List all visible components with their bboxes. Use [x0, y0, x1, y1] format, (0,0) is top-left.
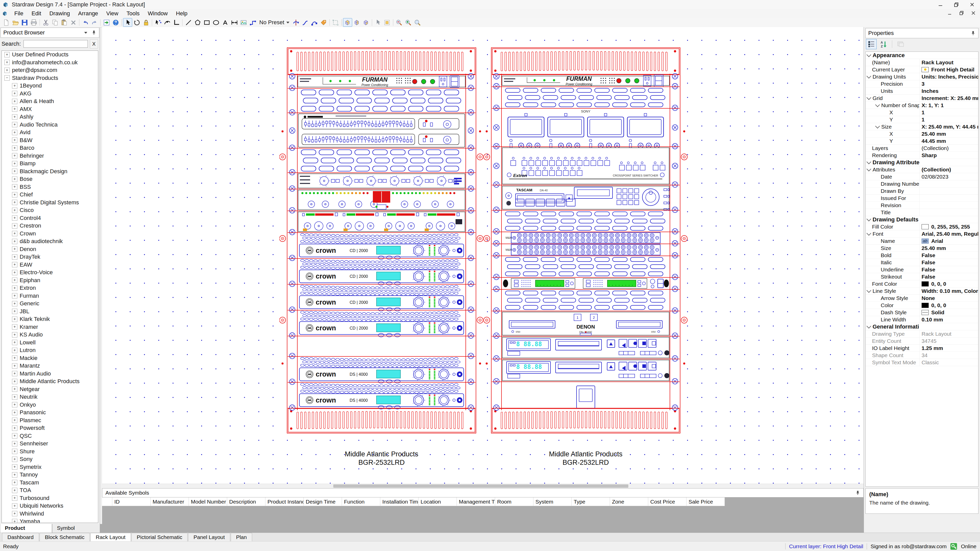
rack-right[interactable]: FURMANPower ConditioningSONYExtronCROSSP…	[484, 47, 688, 433]
tree-item[interactable]: +TOA	[2, 486, 98, 494]
expand-icon[interactable]: +	[12, 324, 18, 330]
property-section[interactable]: Drawing Defaults	[865, 216, 978, 223]
tree-item[interactable]: +Control4	[2, 214, 98, 222]
property-row[interactable]: Revision	[865, 202, 978, 209]
expand-icon[interactable]: +	[12, 402, 18, 407]
tree-item[interactable]: +Tannoy	[2, 471, 98, 479]
node-select-tool-icon[interactable]	[153, 18, 162, 27]
tree-item[interactable]: +Ubiquiti Networks	[2, 502, 98, 510]
pin-icon[interactable]	[970, 30, 976, 36]
property-row[interactable]: Size25.40 mm	[865, 245, 978, 252]
expand-icon[interactable]: +	[12, 192, 18, 197]
property-row[interactable]: Y44.45 mm	[865, 138, 978, 144]
tree-item[interactable]: +BSS	[2, 183, 98, 191]
export-tool-icon[interactable]	[102, 18, 111, 27]
tree-item[interactable]: +Allen & Heath	[2, 97, 98, 105]
property-row[interactable]: Y1	[865, 116, 978, 123]
tree-item[interactable]: +Electro-Voice	[2, 268, 98, 276]
property-row[interactable]: X1	[865, 109, 978, 116]
tree-item[interactable]: +B&W	[2, 137, 98, 144]
property-row[interactable]: Line StyleWidth: 0.10 mm, Color: Col	[865, 287, 978, 295]
menu-help[interactable]: Help	[172, 9, 191, 18]
ellipse-tool-icon[interactable]	[211, 18, 221, 27]
tree-item[interactable]: +Generic	[2, 300, 98, 308]
tree-item[interactable]: +Shure	[2, 448, 98, 456]
symbols-column-header[interactable]: Model Number	[189, 497, 227, 506]
property-row[interactable]: Title	[865, 209, 978, 216]
tree-item[interactable]: +peter@dpsav.com	[2, 66, 98, 74]
expand-icon[interactable]: +	[12, 231, 18, 236]
property-row[interactable]: ItalicFalse	[865, 259, 978, 266]
expand-icon[interactable]: +	[12, 301, 18, 306]
corner-tool-icon[interactable]	[172, 18, 181, 27]
tree-item[interactable]: +Martin Audio	[2, 370, 98, 378]
copy-tool-icon[interactable]	[50, 18, 59, 27]
property-row[interactable]: Current LayerFront High Detail	[865, 66, 978, 73]
tree-item[interactable]: +Barco	[2, 144, 98, 152]
tree-item[interactable]: +Crestron	[2, 222, 98, 230]
expand-icon[interactable]: +	[12, 503, 18, 509]
undo-tool-icon[interactable]	[81, 18, 90, 27]
tree-item[interactable]: +Extron	[2, 284, 98, 292]
property-row[interactable]: SizeX: 25.40 mm, Y: 44.45 mm	[865, 123, 978, 130]
tree-item[interactable]: +Denon	[2, 245, 98, 253]
expand-icon[interactable]: +	[12, 379, 18, 384]
text-tool-icon[interactable]	[221, 18, 230, 27]
property-row[interactable]: NameabArial	[865, 238, 978, 245]
property-row[interactable]: StrikeoutFalse	[865, 273, 978, 280]
expand-icon[interactable]: +	[12, 91, 18, 96]
symbols-column-header[interactable]: Sale Price	[687, 497, 725, 506]
connector-tool-icon[interactable]	[248, 18, 257, 27]
expand-icon[interactable]: +	[4, 68, 10, 73]
smooth-tool-icon[interactable]	[162, 18, 172, 27]
symbols-column-header[interactable]: Zone	[610, 497, 648, 506]
tree-item[interactable]: +DrayTek	[2, 253, 98, 261]
tree-item[interactable]: +KS Audio	[2, 331, 98, 339]
tree-item[interactable]: +Sony	[2, 455, 98, 463]
expand-icon[interactable]: +	[12, 457, 18, 462]
symbols-column-header[interactable]: Management Time	[457, 497, 495, 506]
search-clear-button[interactable]: X	[90, 39, 98, 48]
menu-view[interactable]: View	[102, 9, 122, 18]
expand-icon[interactable]: +	[12, 145, 18, 151]
expand-icon[interactable]: +	[12, 355, 18, 361]
expand-icon[interactable]: +	[12, 106, 18, 112]
expand-icon[interactable]: +	[12, 83, 18, 89]
expand-icon[interactable]: +	[12, 215, 18, 221]
zoom-tool-icon[interactable]	[413, 18, 422, 27]
expand-icon[interactable]: +	[12, 426, 18, 431]
property-row[interactable]: Font Color0, 0, 0	[865, 280, 978, 287]
property-row[interactable]: Drawing TypeRack Layout	[865, 330, 978, 338]
menu-arrange[interactable]: Arrange	[74, 9, 102, 18]
tree-item[interactable]: +Tascam	[2, 479, 98, 487]
curve-tool-icon[interactable]	[301, 18, 310, 27]
horizontal-scrollbar-thumb[interactable]	[333, 484, 628, 488]
tree-item[interactable]: +Christie Digital Systems	[2, 199, 98, 206]
bezier-tool-icon[interactable]	[310, 18, 319, 27]
tree-item[interactable]: +Kramer	[2, 323, 98, 331]
polygon-tool-icon[interactable]	[193, 18, 202, 27]
tab-symbol-browser[interactable]: Symbol Browser	[52, 524, 100, 533]
panel-tool-icon[interactable]	[383, 18, 392, 27]
property-row[interactable]: RenderingSharp	[865, 152, 978, 159]
tree-item[interactable]: +Yamaha	[2, 518, 98, 523]
tree-item[interactable]: +Avid	[2, 129, 98, 137]
expand-icon[interactable]: +	[12, 278, 18, 283]
current-layer-link[interactable]: Current layer: Front High Detail	[789, 543, 863, 549]
menu-window[interactable]: Window	[144, 9, 172, 18]
property-section[interactable]: Drawing Attributes	[865, 159, 978, 166]
expand-icon[interactable]: +	[12, 130, 18, 135]
tree-item[interactable]: +Epiphan	[2, 276, 98, 284]
expand-icon[interactable]: +	[12, 464, 18, 470]
menu-drawing[interactable]: Drawing	[45, 9, 74, 18]
pick-tool-icon[interactable]	[373, 18, 383, 27]
tab-rack-layout[interactable]: Rack Layout	[90, 533, 131, 541]
tree-item[interactable]: +Crown	[2, 230, 98, 238]
menu-edit[interactable]: Edit	[27, 9, 45, 18]
property-row[interactable]: Shape Count34	[865, 352, 978, 359]
close-button[interactable]	[964, 0, 980, 9]
tree-item[interactable]: +Plasmec	[2, 416, 98, 424]
property-row[interactable]: Entity Count34745	[865, 338, 978, 345]
tree-item[interactable]: +Lowell	[2, 339, 98, 347]
tree-item[interactable]: +Bose	[2, 175, 98, 183]
